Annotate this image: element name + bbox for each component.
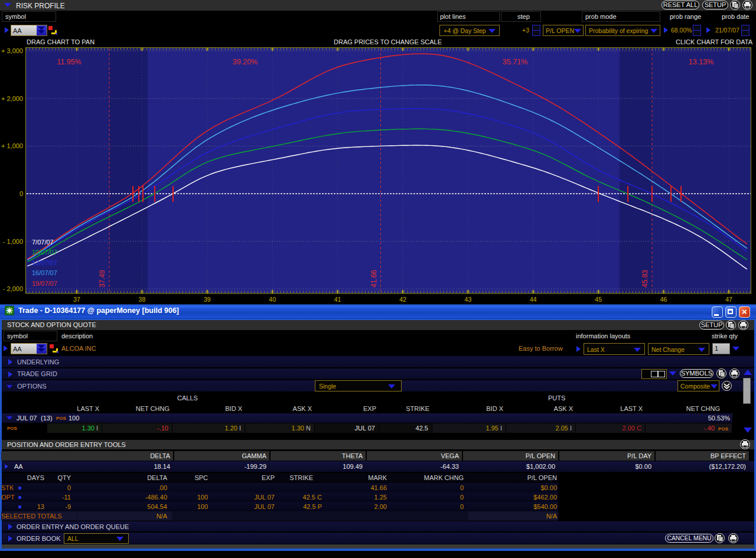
svg-text:47: 47 [725,296,732,303]
svg-text:35.71%: 35.71% [503,58,527,66]
svg-text:13.13%: 13.13% [689,58,713,66]
svg-text:0: 0 [19,190,23,197]
svg-text:16/07/07: 16/07/07 [32,269,57,276]
svg-text:39: 39 [204,296,211,303]
svg-text:- 2,000: - 2,000 [3,285,23,292]
svg-text:42: 42 [399,296,406,303]
svg-text:- 1,000: - 1,000 [3,238,23,245]
svg-text:10/07/07: 10/07/07 [32,249,57,256]
svg-text:41.66: 41.66 [370,270,378,288]
svg-text:40: 40 [269,296,276,303]
svg-text:37.49: 37.49 [98,270,106,288]
svg-text:+ 2,000: + 2,000 [1,95,23,102]
svg-text:13/07/07: 13/07/07 [32,259,57,266]
svg-text:+ 1,000: + 1,000 [1,142,23,149]
svg-text:7/07/07: 7/07/07 [32,239,54,246]
svg-text:37: 37 [73,296,80,303]
svg-text:45.83: 45.83 [641,270,649,288]
svg-text:39.20%: 39.20% [233,58,258,66]
svg-text:46: 46 [660,296,667,303]
svg-text:38: 38 [139,296,146,303]
svg-text:11.95%: 11.95% [57,58,81,66]
svg-text:+ 3,000: + 3,000 [1,47,23,54]
svg-text:41: 41 [334,296,341,303]
svg-text:19/07/07: 19/07/07 [32,280,57,287]
svg-text:43: 43 [465,296,472,303]
svg-text:45: 45 [595,296,602,303]
svg-text:44: 44 [530,296,537,303]
